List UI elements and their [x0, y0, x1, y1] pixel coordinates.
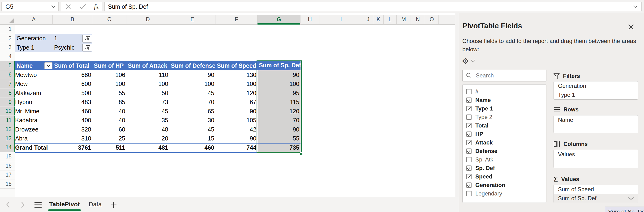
- panel-close-icon[interactable]: [627, 23, 635, 31]
- row-header-10[interactable]: 10: [0, 107, 15, 116]
- grand-total-cell[interactable]: 481: [126, 143, 170, 152]
- pivot-cell[interactable]: 15: [170, 134, 216, 143]
- checkbox-checked[interactable]: [466, 166, 472, 171]
- area-field-type-1[interactable]: Type 1: [554, 90, 638, 99]
- pivot-cell[interactable]: 90: [170, 70, 216, 80]
- grand-total-cell[interactable]: 460: [170, 143, 216, 152]
- area-field-sum-of-sp-def[interactable]: Sum of Sp. Def: [554, 194, 638, 203]
- formula-input[interactable]: Sum of Sp. Def: [104, 2, 642, 11]
- sheet-nav-left-icon[interactable]: [5, 201, 11, 209]
- sheet-nav-right-icon[interactable]: [20, 201, 26, 209]
- pivot-cell[interactable]: 106: [92, 70, 126, 80]
- pivot-cell[interactable]: Kadabra: [15, 116, 53, 125]
- checkbox-checked[interactable]: [466, 123, 472, 128]
- pivot-cell[interactable]: 105: [216, 116, 258, 125]
- pivot-cell[interactable]: 120: [216, 89, 258, 98]
- checkbox-unchecked[interactable]: [466, 89, 472, 94]
- checkbox-checked[interactable]: [466, 106, 472, 111]
- name-box-chevron-icon[interactable]: [51, 5, 56, 8]
- column-header-H[interactable]: H: [300, 15, 320, 24]
- name-header-dropdown-button[interactable]: [44, 62, 52, 69]
- pivot-cell[interactable]: 65: [170, 107, 216, 116]
- pivot-header-cell[interactable]: Sum of HP: [92, 61, 126, 70]
- chevron-down-icon[interactable]: [628, 197, 634, 200]
- name-box[interactable]: G5: [2, 2, 58, 11]
- checkbox-unchecked[interactable]: [466, 157, 472, 162]
- pivot-cell[interactable]: 50: [126, 89, 170, 98]
- pivot-cell[interactable]: 40: [92, 116, 126, 125]
- pivot-cell[interactable]: 680: [53, 70, 92, 80]
- pivot-cell[interactable]: 60: [92, 125, 126, 134]
- vertical-scrollbar[interactable]: [455, 13, 459, 197]
- pivot-cell[interactable]: 90: [216, 107, 258, 116]
- row-header-11[interactable]: 11: [0, 116, 15, 125]
- column-header-E[interactable]: E: [170, 15, 216, 24]
- field-item-hp[interactable]: HP: [462, 130, 546, 138]
- pivot-cell[interactable]: 100: [216, 79, 258, 89]
- pivot-cell[interactable]: 25: [92, 134, 126, 143]
- pivot-cell[interactable]: 48: [126, 125, 170, 134]
- grand-total-cell[interactable]: 3761: [53, 143, 92, 152]
- pivot-cell[interactable]: 483: [53, 97, 92, 107]
- row-header-17[interactable]: 17: [0, 171, 15, 180]
- row-header-2[interactable]: 2: [0, 34, 15, 43]
- field-item-type-2[interactable]: Type 2: [462, 113, 546, 121]
- pivot-cell[interactable]: 70: [170, 97, 216, 107]
- column-header-G[interactable]: G: [258, 15, 300, 24]
- pivot-cell[interactable]: 55: [92, 89, 126, 98]
- pivot-header-cell[interactable]: Sum of Defense: [170, 61, 216, 70]
- pivot-cell[interactable]: Hypno: [15, 97, 53, 107]
- field-item-generation[interactable]: Generation: [462, 181, 546, 189]
- pivot-cell[interactable]: 30: [170, 116, 216, 125]
- area-field-sum-of-speed[interactable]: Sum of Speed: [554, 185, 638, 194]
- row-header-18[interactable]: 18: [0, 180, 15, 189]
- pivot-cell[interactable]: 67: [216, 97, 258, 107]
- sheet-grid[interactable]: Generation1Type 1PsychicNameSum of Total…: [15, 25, 455, 197]
- row-header-16[interactable]: 16: [0, 161, 15, 171]
- checkbox-checked[interactable]: [466, 132, 472, 137]
- field-item-total[interactable]: Total: [462, 121, 546, 130]
- field-options-button[interactable]: ⚙: [462, 56, 478, 66]
- field-item--[interactable]: #: [462, 87, 546, 96]
- pivot-header-cell[interactable]: Sum of Total: [53, 61, 92, 70]
- tab-data[interactable]: Data: [87, 199, 104, 210]
- field-item-attack[interactable]: Attack: [462, 138, 546, 147]
- pivot-cell[interactable]: 85: [92, 97, 126, 107]
- cancel-icon[interactable]: [65, 3, 71, 10]
- row-header-7[interactable]: 7: [0, 79, 15, 89]
- column-header-N[interactable]: N: [411, 15, 425, 24]
- row-header-6[interactable]: 6: [0, 70, 15, 80]
- row-header-4[interactable]: 4: [0, 52, 15, 61]
- row-header-1[interactable]: 1: [0, 25, 15, 34]
- column-header-C[interactable]: C: [92, 15, 126, 24]
- row-header-13[interactable]: 13: [0, 134, 15, 143]
- pivot-cell[interactable]: 45: [170, 125, 216, 134]
- checkbox-unchecked[interactable]: [466, 115, 472, 120]
- pivot-cell[interactable]: Mr. Mime: [15, 107, 53, 116]
- pivot-cell[interactable]: 100: [92, 79, 126, 89]
- search-input[interactable]: Search: [462, 70, 546, 81]
- pivot-cell[interactable]: Drowzee: [15, 125, 53, 134]
- pivot-cell[interactable]: Mewtwo: [15, 70, 53, 80]
- grand-total-cell[interactable]: Grand Total: [15, 143, 53, 152]
- pivot-cell[interactable]: 400: [53, 116, 92, 125]
- pivot-cell[interactable]: Mew: [15, 79, 53, 89]
- insert-function-icon[interactable]: fx: [94, 3, 99, 10]
- pivot-cell[interactable]: 600: [53, 79, 92, 89]
- row-header-9[interactable]: 9: [0, 97, 15, 107]
- column-header-I[interactable]: I: [320, 15, 363, 24]
- pivot-cell[interactable]: 100: [170, 79, 216, 89]
- pivot-cell[interactable]: 40: [92, 107, 126, 116]
- field-item-name[interactable]: Name: [462, 96, 546, 104]
- pivot-cell[interactable]: 45: [170, 89, 216, 98]
- row-header-8[interactable]: 8: [0, 89, 15, 98]
- tab-tablepivot[interactable]: TablePivot: [49, 199, 80, 210]
- checkbox-unchecked[interactable]: [466, 191, 472, 196]
- sheet-list-menu-icon[interactable]: [34, 202, 42, 208]
- enter-check-icon[interactable]: [79, 3, 86, 10]
- checkbox-checked[interactable]: [466, 183, 472, 188]
- field-item-type-1[interactable]: Type 1: [462, 104, 546, 113]
- checkbox-checked[interactable]: [466, 140, 472, 145]
- select-all-corner[interactable]: [0, 15, 15, 24]
- field-item-sp-atk[interactable]: Sp. Atk: [462, 155, 546, 164]
